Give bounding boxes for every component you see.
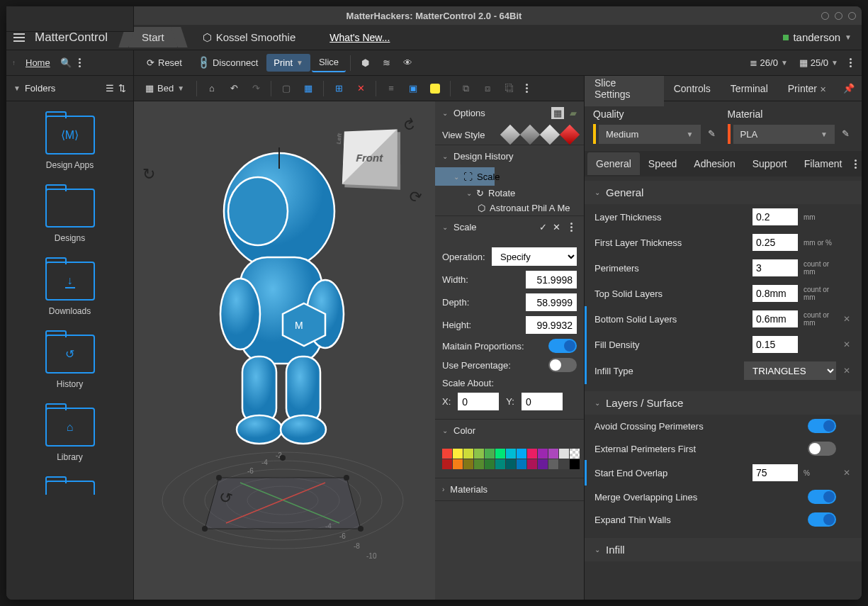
tree-scale[interactable]: ⌄⛶Scale [435, 167, 495, 186]
close-button[interactable] [848, 12, 856, 20]
bed-dropdown[interactable]: ▦Bed▼ [138, 79, 191, 97]
color-swatch[interactable] [517, 449, 526, 459]
merge-overlap-toggle[interactable] [808, 490, 836, 504]
subtab-general[interactable]: General [587, 152, 640, 175]
color-swatch[interactable] [538, 459, 548, 469]
disconnect-button[interactable]: 🔗Disconnect [191, 54, 265, 72]
fill-density-input[interactable] [753, 336, 798, 353]
first-layer-input[interactable] [753, 234, 798, 251]
rotate-arc-icon[interactable]: ↻ [398, 115, 420, 135]
color-swatch[interactable] [474, 459, 484, 469]
maximize-button[interactable] [835, 12, 842, 20]
whats-new-link[interactable]: What's New... [329, 32, 390, 43]
tab-controls[interactable]: Controls [664, 77, 721, 101]
shade-solid-icon[interactable] [500, 125, 520, 145]
up-icon[interactable]: ↑ [12, 59, 16, 67]
reset-icon[interactable]: ✕ [842, 366, 852, 376]
lay-flat-icon[interactable]: ▣ [403, 79, 423, 99]
subtab-adhesion[interactable]: Adhesion [685, 152, 743, 175]
close-icon[interactable]: ✕ [820, 85, 826, 94]
minimize-button[interactable] [821, 12, 829, 20]
home-button[interactable]: Home [18, 54, 57, 72]
scale-header[interactable]: ⌄Scale ✓ ✕ [435, 216, 584, 238]
color-swatch[interactable] [485, 449, 495, 459]
sort-icon[interactable]: ⇅ [118, 83, 126, 94]
viewport-menu-button[interactable] [522, 84, 532, 93]
bottom-solid-input[interactable] [753, 310, 798, 327]
color-swatch[interactable] [570, 459, 580, 469]
select-icon[interactable]: ▢ [276, 79, 296, 99]
sidebar-item-more[interactable] [6, 473, 133, 495]
model-astronaut[interactable]: M [187, 147, 364, 452]
shade-overhang-icon[interactable] [560, 125, 580, 145]
view-3d-icon[interactable]: ⬢ [355, 53, 375, 73]
folders-header[interactable]: ▼ Folders ☰ ⇅ [6, 76, 133, 101]
tree-rotate[interactable]: ⌄↻Rotate [435, 186, 584, 201]
depth-input[interactable] [526, 293, 577, 311]
list-view-icon[interactable]: ☰ [106, 83, 114, 94]
sidebar-menu-button[interactable] [74, 58, 85, 67]
color-swatch[interactable] [527, 459, 537, 469]
group-icon[interactable]: ⧉ [456, 79, 475, 99]
color-swatch[interactable] [463, 459, 473, 469]
start-end-overlap-input[interactable] [753, 464, 798, 481]
delete-icon[interactable]: ✕ [351, 79, 371, 99]
shade-wire-icon[interactable] [520, 125, 540, 145]
color-swatch[interactable] [517, 459, 526, 469]
color-header[interactable]: ⌄Color [435, 420, 584, 442]
edit-quality-icon[interactable]: ✎ [708, 128, 719, 140]
color-swatch[interactable] [463, 449, 473, 459]
reset-icon[interactable]: ✕ [842, 468, 852, 478]
color-swatch[interactable] [506, 459, 516, 469]
reset-icon[interactable]: ✕ [842, 340, 852, 349]
color-swatch[interactable] [453, 459, 463, 469]
group-layers-surface[interactable]: ⌄Layers / Surface [585, 391, 862, 415]
color-swatch[interactable] [538, 449, 548, 459]
nav-cube[interactable]: Left Front [342, 129, 398, 186]
sidebar-item-history[interactable]: ↺ History [6, 327, 133, 400]
color-swatch[interactable] [442, 459, 452, 469]
subtab-support[interactable]: Support [744, 152, 796, 175]
color-swatch[interactable] [442, 449, 452, 459]
pin-icon[interactable]: 📌 [836, 83, 862, 94]
search-icon[interactable]: 🔍 [60, 57, 72, 68]
copy-icon[interactable]: ⿻ [500, 79, 519, 99]
width-input[interactable] [526, 271, 577, 288]
scale-y-input[interactable] [522, 393, 563, 410]
3d-canvas[interactable]: -2 -4 -6 -4 -6 -8 -10 [134, 101, 435, 600]
redo-icon[interactable]: ↷ [246, 79, 266, 99]
perimeters-input[interactable] [753, 259, 798, 276]
tab-printer[interactable]: ⬡ Kossel Smoothie [190, 27, 309, 48]
subtab-filament[interactable]: Filament [796, 152, 851, 175]
color-swatch[interactable] [495, 459, 505, 469]
home-view-icon[interactable]: ⌂ [202, 79, 222, 99]
tab-printer[interactable]: Printer✕ [778, 77, 836, 101]
tab-terminal[interactable]: Terminal [721, 77, 778, 101]
sidebar-item-downloads[interactable]: ↓ Downloads [6, 254, 133, 327]
reset-button[interactable]: ⟳Reset [140, 54, 189, 72]
height-input[interactable] [526, 316, 577, 334]
avoid-crossing-toggle[interactable] [808, 419, 836, 433]
view-layers-icon[interactable]: ≋ [376, 53, 396, 73]
shade-toggle-icon[interactable]: ▰ [570, 108, 577, 118]
slice-button[interactable]: Slice [312, 53, 346, 72]
extruder-count[interactable]: ≣ 26/0 ▼ [750, 57, 788, 68]
color-swatch[interactable] [453, 449, 463, 459]
color-swatch[interactable] [559, 459, 569, 469]
check-icon[interactable]: ✓ [539, 222, 547, 232]
menu-button[interactable] [9, 33, 29, 42]
color-swatch[interactable] [548, 449, 558, 459]
options-header[interactable]: ⌄Options ▦ ▰ [435, 101, 584, 125]
close-icon[interactable]: ✕ [553, 222, 560, 232]
material-dropdown[interactable]: PLA▼ [733, 125, 835, 144]
sidebar-item-design-apps[interactable]: ⟨M⟩ Design Apps [6, 108, 133, 181]
subtabs-menu-button[interactable] [850, 159, 861, 169]
color-swatch[interactable] [527, 449, 537, 459]
highlight-icon[interactable] [430, 84, 440, 94]
sidebar-item-designs[interactable]: Designs [6, 181, 133, 254]
view-eye-icon[interactable]: 👁 [398, 53, 417, 73]
design-history-header[interactable]: ⌄Design History [435, 145, 584, 167]
tree-model[interactable]: ⬡Astronaut Phil A Me [435, 201, 584, 215]
add-icon[interactable]: ⊞ [329, 79, 349, 99]
group-infill[interactable]: ⌄Infill [585, 538, 862, 561]
